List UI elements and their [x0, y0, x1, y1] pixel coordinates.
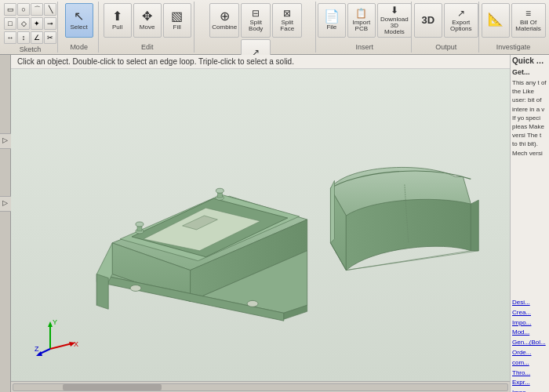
scrollbar-track[interactable]: [13, 383, 508, 391]
link-9[interactable]: Expr...: [512, 378, 547, 388]
link-7[interactable]: com...: [512, 358, 547, 368]
svg-point-10: [136, 222, 144, 227]
svg-text:Z: Z: [35, 345, 39, 353]
svg-marker-25: [330, 180, 334, 243]
toolbar: ▭ ○ ⌒ ╲ □ ◇ ✦ ⊸ ↔ ↕ ∠ ✂ Sketch ↖ Select …: [0, 0, 549, 55]
importpcb-icon: 📋: [355, 9, 367, 18]
sketch-tool-1[interactable]: ▭: [4, 3, 16, 16]
instruction-text: Click an object. Double-click to select …: [17, 57, 294, 66]
measure-icon: 📐: [488, 13, 504, 26]
main-area: ◁ ◁ Click an object. Double-click to sel…: [0, 55, 549, 392]
insert-group-label: Insert: [356, 43, 374, 51]
select-button[interactable]: ↖ Select: [65, 3, 93, 38]
toolbar-group-intersect: ⊕ Combine ⊟ Split Body ⊠ Split Face ↗ Pr…: [196, 2, 316, 53]
sketch-tool-3[interactable]: ⌒: [31, 3, 43, 16]
investigate-group-label: Investigate: [496, 43, 531, 51]
sketch-tool-12[interactable]: ✂: [44, 31, 56, 44]
combine-icon: ⊕: [220, 10, 230, 23]
billofmaterials-button[interactable]: ≡ Bill Of Materials: [511, 3, 546, 38]
toolbar-group-edit: ⬆ Pull ✥ Move ▧ Fill Edit: [100, 2, 195, 53]
sketch-tool-9[interactable]: ↔: [4, 31, 16, 44]
svg-point-13: [216, 188, 224, 193]
pull-button[interactable]: ⬆ Pull: [104, 3, 132, 38]
sketch-tool-7[interactable]: ✦: [31, 17, 43, 30]
svg-line-29: [50, 343, 72, 349]
pull-icon: ⬆: [112, 10, 122, 23]
splitface-button[interactable]: ⊠ Split Face: [272, 3, 302, 38]
svg-text:Y: Y: [53, 318, 57, 326]
link-3[interactable]: Impo...: [512, 318, 547, 328]
fill-icon: ▧: [171, 10, 183, 23]
download3d-button[interactable]: ⬇ Download 3D Models: [377, 3, 412, 38]
3d-icon: 3D: [421, 15, 434, 25]
measure-button[interactable]: 📐: [482, 3, 510, 38]
vtab-1[interactable]: ◁: [0, 133, 12, 149]
svg-point-20: [247, 300, 258, 307]
splitbody-button[interactable]: ⊟ Split Body: [241, 3, 271, 38]
svg-point-19: [130, 285, 141, 292]
link-4[interactable]: Mod...: [512, 328, 547, 338]
horizontal-scrollbar[interactable]: [11, 381, 510, 392]
toolbar-group-sketch: ▭ ○ ⌒ ╲ □ ◇ ✦ ⊸ ↔ ↕ ∠ ✂ Sketch: [3, 2, 58, 53]
file-icon: 📄: [324, 10, 340, 23]
combine-button[interactable]: ⊕ Combine: [209, 3, 239, 38]
move-icon: ✥: [142, 10, 152, 23]
file-button[interactable]: 📄 File: [318, 3, 346, 38]
toolbar-group-investigate: 📐 ≡ Bill Of Materials Investigate: [481, 2, 546, 53]
link-10[interactable]: Impo...: [512, 388, 547, 392]
select-icon: ↖: [74, 10, 84, 23]
toolbar-group-insert: 📄 File 📋 Import PCB ⬇ Download 3D Models…: [318, 2, 412, 53]
scrollbar-thumb[interactable]: [63, 384, 162, 390]
toolbar-group-mode: ↖ Select Mode: [60, 2, 99, 53]
3d-button[interactable]: 3D: [414, 3, 442, 38]
left-tabs: ◁ ◁: [0, 55, 11, 392]
instruction-bar: Click an object. Double-click to select …: [11, 55, 510, 69]
toolbar-group-output: 3D ↗ Export Options Output: [413, 2, 479, 53]
svg-text:X: X: [74, 340, 78, 348]
download3d-icon: ⬇: [391, 5, 398, 15]
viewport-svg: [11, 55, 510, 392]
right-panel-subtitle: Get...: [512, 68, 547, 76]
fill-button[interactable]: ▧ Fill: [163, 3, 191, 38]
splitface-icon: ⊠: [283, 9, 291, 18]
export-button[interactable]: ↗ Export Options: [444, 3, 478, 38]
link-2[interactable]: Crea...: [512, 308, 547, 318]
right-panel-body: This any t of the Like user: bit of inte…: [512, 78, 547, 298]
sketch-tool-11[interactable]: ∠: [31, 31, 43, 44]
sketch-tool-2[interactable]: ○: [17, 3, 30, 16]
axis-indicator: Y X Z: [35, 314, 82, 361]
sketch-tool-10[interactable]: ↕: [17, 31, 30, 44]
move-button[interactable]: ✥ Move: [133, 3, 162, 38]
link-5[interactable]: Gen...(Bol...: [512, 338, 547, 348]
billofmaterials-icon: ≡: [525, 9, 531, 18]
sketch-tool-4[interactable]: ╲: [44, 3, 56, 16]
sketch-tool-6[interactable]: ◇: [17, 17, 30, 30]
vtab-2[interactable]: ◁: [0, 196, 12, 212]
sketch-tool-8[interactable]: ⊸: [44, 17, 56, 30]
sketch-tool-5[interactable]: □: [4, 17, 16, 30]
edit-group-label: Edit: [141, 43, 154, 51]
link-6[interactable]: Orde...: [512, 348, 547, 358]
svg-marker-18: [96, 274, 108, 310]
right-panel: Quick C... Get... This any t of the Like…: [510, 55, 549, 392]
right-panel-title: Quick C...: [512, 56, 547, 65]
sketch-group-label: Sketch: [20, 45, 42, 53]
output-group-label: Output: [435, 43, 456, 51]
export-icon: ↗: [457, 9, 465, 18]
svg-marker-22: [471, 200, 478, 251]
right-panel-links: Desi... Crea... Impo... Mod... Gen...(Bo…: [512, 298, 547, 392]
viewport[interactable]: Click an object. Double-click to select …: [11, 55, 510, 392]
link-1[interactable]: Desi...: [512, 298, 547, 308]
link-8[interactable]: Thro...: [512, 368, 547, 379]
importpcb-button[interactable]: 📋 Import PCB: [347, 3, 376, 38]
mode-group-label: Mode: [70, 43, 88, 51]
splitbody-icon: ⊟: [252, 9, 260, 18]
